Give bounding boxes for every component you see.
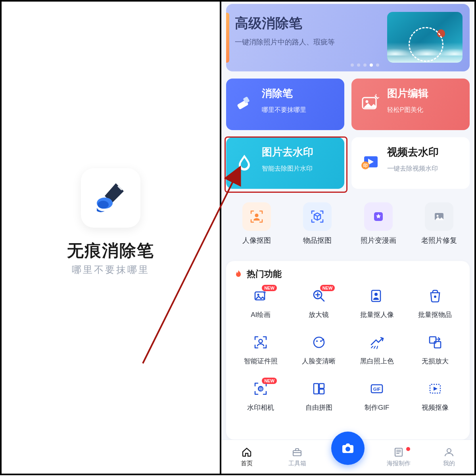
hot-label: 视频抠像 (422, 403, 449, 412)
new-badge: NEW (262, 285, 277, 291)
svg-text:印: 印 (363, 163, 368, 168)
svg-rect-28 (319, 384, 324, 388)
tool-object-cutout[interactable]: 物品抠图 (287, 200, 348, 253)
profile-icon (443, 446, 455, 458)
hot-label: 批量抠物品 (418, 310, 452, 319)
svg-rect-27 (314, 384, 319, 394)
image-edit-icon (359, 92, 381, 114)
banner-left-accent (226, 13, 229, 63)
nav-label: 工具箱 (288, 460, 306, 467)
svg-text:GIF: GIF (373, 387, 381, 392)
hot-label: 水印相机 (247, 403, 274, 412)
portrait-cutout-icon (242, 202, 271, 231)
hot-item-7[interactable]: 无损放大 (406, 334, 464, 366)
splash-subtitle: 哪里不要抹哪里 (2, 263, 220, 276)
selection-ring-icon (409, 27, 443, 62)
tool-label: 人像抠图 (242, 236, 271, 245)
card-image-edit[interactable]: 图片编辑 轻松P图美化 (351, 79, 470, 130)
hot-label: 智能证件照 (244, 357, 278, 366)
hot-label: AI绘画 (251, 310, 271, 319)
svg-rect-23 (430, 337, 436, 343)
tool-label: 物品抠图 (303, 236, 332, 245)
svg-point-13 (257, 294, 259, 296)
hot-item-2[interactable]: 批量抠人像 (348, 287, 406, 319)
hot-icon (252, 334, 269, 351)
hot-item-3[interactable]: 批量抠物品 (406, 287, 464, 319)
nav-label: 我的 (443, 460, 455, 467)
hot-icon (368, 334, 386, 351)
hot-label: 批量抠人像 (360, 310, 394, 319)
tool-label: 老照片修复 (421, 236, 457, 245)
hot-icon (426, 334, 444, 351)
card-video-watermark[interactable]: 印 视频去水印 一键去除视频水印 (351, 137, 470, 189)
nav-poster[interactable]: 海报制作 (373, 446, 424, 467)
hot-item-1[interactable]: NEW放大镜 (290, 287, 348, 319)
banner-image (387, 12, 463, 63)
new-badge: NEW (320, 285, 335, 291)
hot-item-6[interactable]: 黑白照上色 (348, 334, 406, 366)
nav-label: 首页 (241, 460, 253, 467)
svg-rect-33 (293, 451, 301, 456)
camera-icon (340, 440, 356, 456)
card-image-watermark[interactable]: 图片去水印 智能去除图片水印 (226, 137, 344, 189)
hot-item-11[interactable]: 视频抠像 (406, 380, 464, 412)
card-eraser[interactable]: 消除笔 哪里不要抹哪里 (226, 79, 344, 130)
home-panel: 高级消除笔 一键消除照片中的路人、瑕疵等 消除笔 哪 (221, 0, 476, 475)
hot-item-10[interactable]: GIF制作GIF (348, 380, 406, 412)
hot-item-4[interactable]: 智能证件照 (232, 334, 290, 366)
notification-dot (406, 447, 410, 451)
restore-icon (425, 202, 453, 231)
svg-point-35 (345, 447, 350, 451)
svg-point-8 (255, 214, 258, 217)
svg-text:印: 印 (259, 387, 263, 391)
nav-toolbox[interactable]: 工具箱 (272, 446, 323, 467)
new-badge: NEW (262, 378, 277, 384)
toolbox-icon (291, 446, 303, 458)
svg-point-17 (374, 293, 378, 296)
nav-profile[interactable]: 我的 (424, 446, 474, 467)
promo-banner[interactable]: 高级消除笔 一键消除照片中的路人、瑕疵等 (226, 4, 470, 71)
svg-point-19 (259, 340, 263, 343)
hot-item-5[interactable]: 人脸变清晰 (290, 334, 348, 366)
carousel-dots[interactable] (351, 63, 379, 67)
feature-cards: 消除笔 哪里不要抹哪里 图片编辑 轻松P图美化 图片去水印 智能去除图片水印 (226, 79, 470, 189)
svg-point-20 (314, 337, 324, 347)
hot-label: 无损放大 (422, 357, 449, 366)
hot-functions-panel: 热门功能 NEWAAI绘画NEW放大镜批量抠人像批量抠物品智能证件照人脸变清晰黑… (226, 261, 470, 440)
nav-camera-fab[interactable] (322, 440, 373, 474)
home-icon (241, 446, 253, 458)
tool-portrait-cutout[interactable]: 人像抠图 (226, 200, 287, 253)
hot-label: 自由拼图 (305, 403, 332, 412)
anime-icon (364, 202, 393, 231)
camera-fab[interactable] (331, 432, 365, 465)
card-sub: 智能去除图片水印 (262, 165, 344, 173)
droplet-icon (233, 151, 255, 173)
svg-rect-29 (319, 389, 324, 394)
hot-item-0[interactable]: NEWAAI绘画 (232, 287, 290, 319)
card-title: 图片编辑 (387, 86, 470, 100)
svg-point-21 (316, 340, 318, 342)
card-title: 视频去水印 (387, 145, 470, 159)
fire-icon (234, 270, 243, 278)
svg-point-1 (98, 201, 109, 209)
svg-point-11 (437, 215, 439, 217)
hot-grid: NEWAAI绘画NEW放大镜批量抠人像批量抠物品智能证件照人脸变清晰黑白照上色无… (232, 287, 464, 412)
tool-label: 照片变漫画 (361, 236, 396, 245)
svg-point-22 (320, 340, 322, 342)
hot-item-8[interactable]: NEW印水印相机 (232, 380, 290, 412)
tool-photo-to-anime[interactable]: 照片变漫画 (348, 200, 409, 253)
hot-header: 热门功能 (232, 268, 464, 280)
svg-point-37 (447, 449, 451, 453)
card-sub: 轻松P图美化 (387, 106, 470, 114)
poster-icon (393, 446, 405, 458)
hot-item-9[interactable]: 自由拼图 (290, 380, 348, 412)
card-sub: 一键去除视频水印 (387, 165, 470, 173)
nav-home[interactable]: 首页 (221, 446, 272, 467)
tool-old-photo-restore[interactable]: 老照片修复 (409, 200, 470, 253)
nav-label: 海报制作 (387, 460, 411, 467)
hot-icon (310, 380, 328, 397)
eraser-icon (233, 92, 255, 114)
brush-icon (93, 180, 129, 216)
hot-label: 人脸变清晰 (302, 357, 336, 366)
svg-rect-24 (434, 342, 441, 348)
